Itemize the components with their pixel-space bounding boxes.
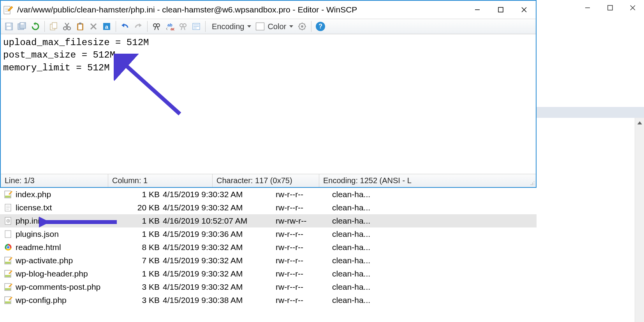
select-all-button[interactable]: a (101, 21, 113, 32)
file-icon (3, 243, 13, 252)
file-rights: rw-r--r-- (276, 282, 332, 292)
redo-button[interactable] (132, 21, 144, 32)
editor-close-button[interactable] (512, 1, 536, 18)
file-name: wp-blog-header.php (16, 269, 117, 278)
file-rights: rw-r--r-- (276, 190, 332, 199)
editor-maximize-button[interactable] (489, 1, 512, 18)
help-icon: ? (316, 22, 325, 31)
color-swatch (256, 23, 264, 30)
file-size: 1 KB (117, 269, 163, 278)
svg-point-80 (7, 246, 10, 249)
replace-button[interactable]: abac (164, 21, 176, 32)
file-name: index.php (16, 190, 117, 199)
bg-header-strip (537, 107, 644, 118)
svg-rect-19 (21, 23, 24, 24)
scroll-up-icon[interactable] (635, 118, 644, 128)
file-rights: rw-r--r-- (276, 203, 332, 212)
file-row[interactable]: wp-activate.php7 KB4/15/2019 9:30:32 AMr… (0, 254, 537, 267)
file-icon (3, 270, 13, 278)
file-icon (3, 256, 13, 265)
file-owner: clean-ha... (332, 190, 387, 199)
svg-point-66 (532, 184, 533, 185)
svg-line-38 (155, 27, 156, 30)
file-rights: rw-r--r-- (276, 229, 332, 239)
svg-point-36 (153, 24, 157, 27)
svg-rect-28 (78, 24, 82, 30)
file-row[interactable]: license.txt20 KB4/15/2019 9:30:32 AMrw-r… (0, 201, 537, 214)
paste-button[interactable] (74, 21, 86, 32)
bg-maximize-button[interactable] (599, 0, 621, 16)
delete-button[interactable] (88, 21, 99, 32)
file-changed: 4/16/2019 10:52:07 AM (163, 216, 276, 226)
file-changed: 4/15/2019 9:30:32 AM (163, 269, 276, 278)
cut-button[interactable] (61, 21, 73, 32)
copy-button[interactable] (48, 21, 60, 32)
svg-marker-4 (637, 121, 642, 124)
find-next-button[interactable] (177, 21, 189, 32)
svg-line-57 (304, 28, 305, 29)
preferences-button[interactable] (296, 21, 308, 32)
svg-point-37 (157, 24, 160, 27)
file-size: 1 KB (117, 216, 163, 226)
file-size: 7 KB (117, 256, 163, 265)
goto-button[interactable] (190, 21, 202, 32)
file-row[interactable]: plugins.json1 KB4/15/2019 9:30:36 AMrw-r… (0, 228, 537, 241)
file-row[interactable]: wp-config.php3 KB4/15/2019 9:30:38 AMrw-… (0, 294, 537, 307)
file-owner: clean-ha... (332, 203, 387, 212)
color-dropdown[interactable]: Color (254, 22, 295, 31)
editor-line: post_max_size = 512M (3, 49, 533, 61)
svg-point-64 (534, 183, 534, 184)
file-row[interactable]: wp-blog-header.php1 KB4/15/2019 9:30:32 … (0, 267, 537, 280)
bg-close-button[interactable] (621, 0, 644, 16)
file-name: plugins.json (16, 229, 117, 239)
editor-minimize-button[interactable] (466, 1, 489, 18)
status-column: Column: 1 (108, 174, 213, 187)
save-button[interactable] (3, 21, 15, 32)
file-icon (3, 283, 13, 291)
editor-titlebar[interactable]: /var/www/public/clean-hamster/php.ini - … (1, 1, 536, 19)
editor-textarea[interactable]: upload_max_filesize = 512M post_max_size… (1, 34, 536, 174)
svg-rect-22 (52, 23, 57, 28)
reload-button[interactable] (30, 21, 41, 32)
file-changed: 4/15/2019 9:30:38 AM (163, 296, 276, 305)
file-icon (3, 217, 13, 225)
svg-line-39 (157, 27, 158, 30)
svg-rect-29 (79, 23, 81, 24)
color-label: Color (266, 22, 288, 31)
bg-scrollbar[interactable] (635, 118, 644, 322)
status-encoding: Encoding: 1252 (ANSI - L (319, 174, 528, 187)
file-changed: 4/15/2019 9:30:32 AM (163, 203, 276, 212)
file-size: 20 KB (117, 203, 163, 212)
svg-point-43 (183, 24, 186, 27)
file-size: 3 KB (117, 296, 163, 305)
svg-marker-34 (121, 23, 124, 27)
save-all-button[interactable] (16, 21, 28, 32)
bg-minimize-button[interactable] (576, 0, 599, 16)
file-changed: 4/15/2019 9:30:32 AM (163, 256, 276, 265)
file-icon (3, 296, 13, 304)
svg-line-44 (181, 27, 182, 30)
status-character: Character: 117 (0x75) (213, 174, 319, 187)
file-size: 1 KB (117, 229, 163, 239)
file-name: readme.html (16, 243, 117, 252)
file-row[interactable]: index.php1 KB4/15/2019 9:30:32 AMrw-r--r… (0, 188, 537, 201)
file-name: wp-config.php (16, 296, 117, 305)
resize-grip[interactable] (528, 174, 536, 187)
svg-rect-88 (5, 288, 11, 290)
svg-rect-16 (7, 27, 11, 30)
file-row[interactable]: php.ini1 KB4/16/2019 10:52:07 AMrw-rw-r-… (0, 214, 537, 228)
file-icon (3, 203, 13, 212)
svg-rect-85 (5, 275, 11, 277)
svg-point-42 (180, 24, 183, 27)
file-owner: clean-ha... (332, 229, 387, 239)
file-row[interactable]: readme.html8 KB4/15/2019 9:30:32 AMrw-r-… (0, 241, 537, 254)
undo-button[interactable] (119, 21, 131, 32)
svg-point-77 (8, 220, 9, 222)
find-button[interactable] (151, 21, 162, 32)
file-icon (3, 190, 13, 199)
help-button[interactable]: ? (315, 21, 326, 32)
file-row[interactable]: wp-comments-post.php3 KB4/15/2019 9:30:3… (0, 280, 537, 294)
encoding-dropdown[interactable]: Encoding (209, 22, 253, 31)
file-list[interactable]: index.php1 KB4/15/2019 9:30:32 AMrw-r--r… (0, 188, 537, 307)
svg-point-65 (531, 184, 531, 185)
